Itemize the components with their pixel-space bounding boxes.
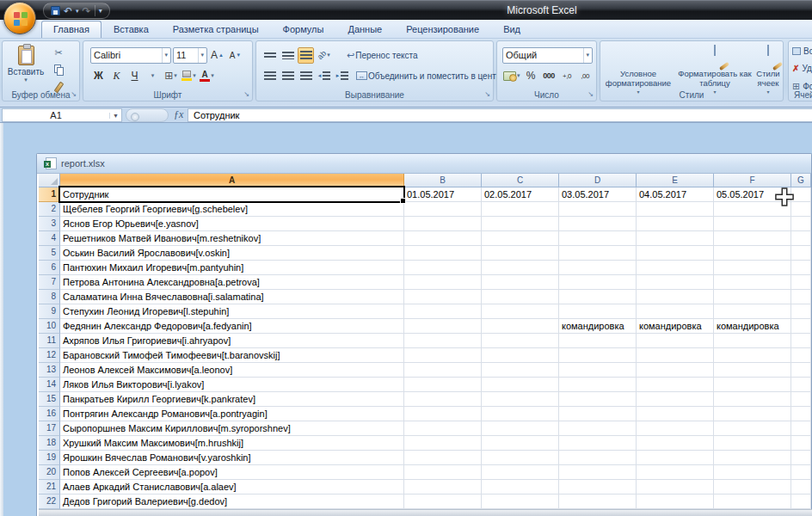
cell-C17[interactable]: [482, 421, 559, 436]
cell-D4[interactable]: [559, 231, 637, 246]
wrap-text-button[interactable]: ↩ Перенос текста: [346, 47, 419, 64]
cell-B6[interactable]: [404, 261, 482, 275]
row-header-6[interactable]: 6: [39, 261, 60, 275]
cell-C13[interactable]: [482, 363, 559, 378]
insert-function-button[interactable]: ƒx: [174, 108, 183, 121]
cell-A8[interactable]: Саламатина Инна Вячеславовна[i.salamatin…: [60, 290, 404, 304]
cell-C14[interactable]: [482, 378, 559, 392]
cell-C1[interactable]: 02.05.2017: [482, 187, 559, 202]
cell-B21[interactable]: [404, 480, 482, 494]
cell-G21[interactable]: [791, 480, 811, 494]
row-header-19[interactable]: 19: [39, 451, 60, 465]
cell-A10[interactable]: Федянин Александр Федорович[a.fedyanin]: [60, 319, 404, 334]
row-header-18[interactable]: 18: [39, 436, 60, 451]
save-icon[interactable]: [51, 6, 60, 15]
font-color-button[interactable]: А ▾: [199, 68, 215, 84]
cell-G3[interactable]: [791, 217, 811, 231]
row-header-12[interactable]: 12: [39, 348, 60, 363]
font-family-combo[interactable]: Calibri ▾: [90, 47, 171, 64]
grow-font-button[interactable]: А ▲: [209, 47, 225, 64]
cell-D15[interactable]: [559, 392, 637, 407]
cell-G16[interactable]: [791, 407, 811, 421]
cell-B20[interactable]: [404, 465, 482, 480]
cell-E1[interactable]: 04.05.2017: [637, 187, 714, 202]
cell-C12[interactable]: [482, 348, 559, 363]
cell-F13[interactable]: [714, 363, 791, 378]
cell-E11[interactable]: [637, 334, 714, 348]
cell-E7[interactable]: [637, 275, 714, 290]
cell-C3[interactable]: [482, 217, 559, 231]
cell-G4[interactable]: [791, 231, 811, 246]
cell-A2[interactable]: Щебелев Георгий Георгиевич[g.schebelev]: [60, 202, 404, 217]
cell-E14[interactable]: [637, 378, 714, 392]
cell-A18[interactable]: Хрушкий Максим Максимович[m.hrushkij]: [60, 436, 404, 451]
row-header-13[interactable]: 13: [39, 363, 60, 378]
cell-B5[interactable]: [404, 246, 482, 261]
align-top-button[interactable]: [261, 47, 278, 64]
cell-B4[interactable]: [404, 231, 482, 246]
row-header-21[interactable]: 21: [39, 480, 60, 494]
cell-G10[interactable]: [791, 319, 811, 334]
row-header-4[interactable]: 4: [39, 231, 60, 246]
cell-B14[interactable]: [404, 378, 482, 392]
cell-C10[interactable]: [482, 319, 559, 334]
cell-E17[interactable]: [637, 421, 714, 436]
cell-D18[interactable]: [559, 436, 637, 451]
cell-B3[interactable]: [404, 217, 482, 231]
cell-D2[interactable]: [559, 202, 637, 217]
bold-button[interactable]: Ж: [90, 68, 107, 84]
comma-style-button[interactable]: 000: [541, 68, 557, 84]
cell-F7[interactable]: [714, 275, 791, 290]
cell-F21[interactable]: [714, 480, 791, 494]
accounting-format-button[interactable]: ▾: [502, 68, 521, 84]
cell-C15[interactable]: [482, 392, 559, 407]
orientation-button[interactable]: ab▾: [316, 47, 332, 64]
cell-C2[interactable]: [482, 202, 559, 217]
font-size-combo[interactable]: 11 ▾: [173, 47, 207, 64]
cell-F15[interactable]: [714, 392, 791, 407]
cell-A5[interactable]: Оськин Василий Ярославович[v.oskin]: [60, 246, 404, 261]
cell-C16[interactable]: [482, 407, 559, 421]
cell-C9[interactable]: [482, 304, 559, 319]
cell-F17[interactable]: [714, 421, 791, 436]
align-right-button[interactable]: [298, 68, 314, 84]
copy-button[interactable]: [49, 62, 68, 77]
cell-E8[interactable]: [637, 290, 714, 304]
cell-A6[interactable]: Пантюхин Михаил Игоревич[m.pantyuhin]: [60, 261, 404, 275]
cell-F4[interactable]: [714, 231, 791, 246]
cell-B18[interactable]: [404, 436, 482, 451]
cell-E6[interactable]: [637, 261, 714, 275]
cell-G12[interactable]: [791, 348, 811, 363]
tab-6[interactable]: Рецензирование: [394, 21, 491, 38]
cell-D1[interactable]: 03.05.2017: [559, 187, 637, 202]
increase-decimal-button[interactable]: +,0: [559, 68, 575, 84]
row-header-20[interactable]: 20: [39, 465, 60, 480]
row-header-8[interactable]: 8: [39, 290, 60, 304]
column-header-E[interactable]: E: [637, 174, 714, 187]
office-button[interactable]: [3, 2, 36, 34]
cell-F19[interactable]: [714, 451, 791, 465]
cell-G7[interactable]: [791, 275, 811, 290]
cell-A19[interactable]: Ярошкин Вячеслав Романович[v.yaroshkin]: [60, 451, 404, 465]
cell-A22[interactable]: Дедов Григорий Валериевич[g.dedov]: [60, 494, 404, 509]
cell-F3[interactable]: [714, 217, 791, 231]
cell-C6[interactable]: [482, 261, 559, 275]
cut-button[interactable]: ✂: [49, 45, 68, 60]
cell-F11[interactable]: [714, 334, 791, 348]
cell-E2[interactable]: [637, 202, 714, 217]
cell-F16[interactable]: [714, 407, 791, 421]
cell-F5[interactable]: [714, 246, 791, 261]
cell-C8[interactable]: [482, 290, 559, 304]
cell-E16[interactable]: [637, 407, 714, 421]
row-header-2[interactable]: 2: [39, 202, 60, 217]
cell-A12[interactable]: Барановский Тимофей Тимофеевич[t.baranov…: [60, 348, 404, 363]
select-all-corner[interactable]: [39, 174, 60, 187]
cell-A20[interactable]: Попов Алексей Сергеевич[a.popov]: [60, 465, 404, 480]
number-format-dropdown-icon[interactable]: ▾: [583, 48, 589, 63]
cell-F18[interactable]: [714, 436, 791, 451]
cell-A14[interactable]: Ляков Илья Викторович[i.lyakov]: [60, 378, 404, 392]
cell-C21[interactable]: [482, 480, 559, 494]
cell-G14[interactable]: [791, 378, 811, 392]
cell-C20[interactable]: [482, 465, 559, 480]
cell-G11[interactable]: [791, 334, 811, 348]
